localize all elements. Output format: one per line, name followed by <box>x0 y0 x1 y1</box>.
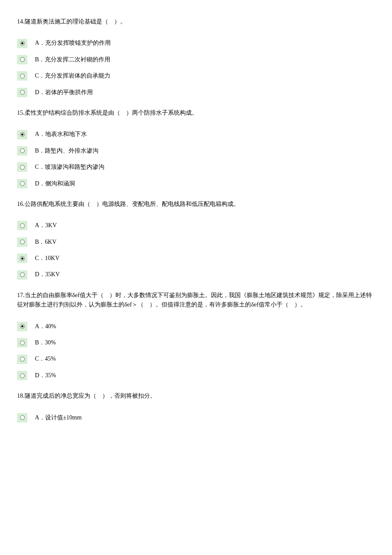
radio-icon <box>20 272 25 277</box>
question-text-15: 15.柔性支护结构综合防排水系统是由（ ）两个防排水子系统构成。 <box>17 108 375 118</box>
radio-icon <box>20 181 25 186</box>
option-label: C．45% <box>35 354 56 364</box>
option-label: C．充分发挥岩体的自承能力 <box>35 71 110 81</box>
radio-box[interactable] <box>17 371 27 380</box>
radio-box[interactable] <box>17 221 27 230</box>
option-row[interactable]: B．6KV <box>17 237 375 247</box>
radio-icon <box>20 373 25 378</box>
radio-box[interactable] <box>17 179 27 188</box>
option-label: B．路堑内、外排水渗沟 <box>35 146 98 156</box>
radio-icon <box>20 240 25 244</box>
question-body: 隧道新奥法施工的理论基础是（ ）。 <box>25 18 126 25</box>
radio-box[interactable] <box>17 322 27 331</box>
radio-icon <box>20 41 25 46</box>
option-row[interactable]: A．充分发挥喷锚支护的作用 <box>17 38 375 48</box>
radio-icon <box>20 74 25 78</box>
radio-icon <box>20 148 25 153</box>
radio-icon <box>20 223 25 228</box>
radio-icon <box>20 256 25 261</box>
option-row[interactable]: D．岩体的平衡拱作用 <box>17 88 375 97</box>
option-label: D．35% <box>35 371 56 380</box>
question-text-17: 17.当土的自由膨胀率δef值大于（ ）时，大多数情况下可鉴别为膨胀土。因此，我… <box>17 291 375 310</box>
option-row[interactable]: C．10KV <box>17 254 375 263</box>
option-label: B．充分发挥二次衬砌的作用 <box>35 55 110 64</box>
radio-box[interactable] <box>17 88 27 97</box>
option-row[interactable]: A．40% <box>17 322 375 331</box>
radio-icon <box>20 357 25 361</box>
question-block: 16.公路供配电系统主要由（ ）电源线路、变配电所、配电线路和低压配电箱构成。 … <box>17 199 375 280</box>
question-number: 15 <box>17 110 23 116</box>
option-label: B．30% <box>35 338 56 347</box>
option-label: D．35KV <box>35 270 60 279</box>
radio-icon <box>20 57 25 62</box>
radio-icon <box>20 341 25 345</box>
option-label: D．岩体的平衡拱作用 <box>35 88 93 97</box>
question-text-16: 16.公路供配电系统主要由（ ）电源线路、变配电所、配电线路和低压配电箱构成。 <box>17 199 375 209</box>
radio-box[interactable] <box>17 162 27 172</box>
option-row[interactable]: D．35% <box>17 371 375 380</box>
question-number: 14 <box>17 18 23 25</box>
question-text-14: 14.隧道新奥法施工的理论基础是（ ）。 <box>17 17 375 26</box>
option-label: B．6KV <box>35 237 57 247</box>
option-label: A．地表水和地下水 <box>35 130 87 139</box>
option-row[interactable]: A．地表水和地下水 <box>17 130 375 139</box>
option-label: A．充分发挥喷锚支护的作用 <box>35 38 111 48</box>
radio-box[interactable] <box>17 413 27 422</box>
radio-box[interactable] <box>17 355 27 364</box>
question-body: 公路供配电系统主要由（ ）电源线路、变配电所、配电线路和低压配电箱构成。 <box>25 201 239 207</box>
radio-icon <box>20 415 25 420</box>
radio-box[interactable] <box>17 130 27 139</box>
question-block: 14.隧道新奥法施工的理论基础是（ ）。 A．充分发挥喷锚支护的作用 B．充分发… <box>17 17 375 97</box>
option-label: D．侧沟和涵洞 <box>35 179 75 188</box>
radio-box[interactable] <box>17 71 27 81</box>
option-row[interactable]: B．充分发挥二次衬砌的作用 <box>17 55 375 64</box>
question-block: 15.柔性支护结构综合防排水系统是由（ ）两个防排水子系统构成。 A．地表水和地… <box>17 108 375 188</box>
question-block: 17.当土的自由膨胀率δef值大于（ ）时，大多数情况下可鉴别为膨胀土。因此，我… <box>17 291 375 380</box>
option-row[interactable]: B．路堑内、外排水渗沟 <box>17 146 375 156</box>
question-number: 16 <box>17 201 23 207</box>
option-label: A．设计值±10mm <box>35 413 82 422</box>
radio-icon <box>20 165 25 170</box>
option-label: C．10KV <box>35 254 60 263</box>
question-block: 18.隧道完成后的净总宽应为（ ），否则将被扣分。 A．设计值±10mm <box>17 391 375 422</box>
question-number: 18 <box>17 393 23 399</box>
option-row[interactable]: C．充分发挥岩体的自承能力 <box>17 71 375 81</box>
option-row[interactable]: C．45% <box>17 354 375 364</box>
option-row[interactable]: D．侧沟和涵洞 <box>17 179 375 188</box>
radio-box[interactable] <box>17 39 27 48</box>
option-row[interactable]: B．30% <box>17 338 375 347</box>
option-row[interactable]: C．坡顶渗沟和路堑内渗沟 <box>17 162 375 172</box>
radio-box[interactable] <box>17 55 27 64</box>
radio-box[interactable] <box>17 146 27 156</box>
radio-icon <box>20 132 25 137</box>
option-label: A．40% <box>35 322 56 331</box>
question-body: 当土的自由膨胀率δef值大于（ ）时，大多数情况下可鉴别为膨胀土。因此，我国《膨… <box>17 292 372 308</box>
question-body: 隧道完成后的净总宽应为（ ），否则将被扣分。 <box>25 393 156 399</box>
option-row[interactable]: A．3KV <box>17 221 375 230</box>
radio-icon <box>20 90 25 95</box>
option-label: C．坡顶渗沟和路堑内渗沟 <box>35 162 104 172</box>
option-row[interactable]: A．设计值±10mm <box>17 413 375 422</box>
radio-box[interactable] <box>17 237 27 247</box>
radio-icon <box>20 324 25 329</box>
option-row[interactable]: D．35KV <box>17 270 375 279</box>
question-number: 17 <box>17 292 23 298</box>
option-label: A．3KV <box>35 221 57 230</box>
radio-box[interactable] <box>17 254 27 263</box>
question-text-18: 18.隧道完成后的净总宽应为（ ），否则将被扣分。 <box>17 391 375 401</box>
radio-box[interactable] <box>17 270 27 280</box>
question-body: 柔性支护结构综合防排水系统是由（ ）两个防排水子系统构成。 <box>25 110 198 116</box>
radio-box[interactable] <box>17 338 27 347</box>
